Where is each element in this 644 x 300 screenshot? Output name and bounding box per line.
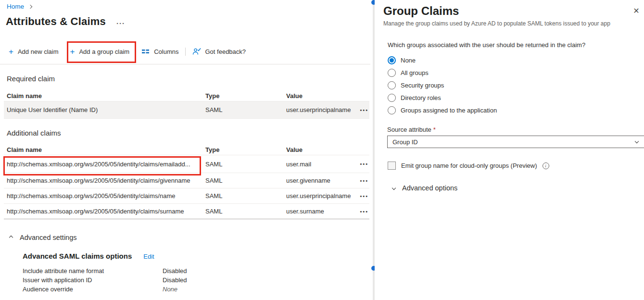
- source-attribute-value: Group ID: [388, 138, 418, 146]
- edit-link[interactable]: Edit: [143, 253, 154, 260]
- additional-claims-table: Claim name Type Value http://schemas.xml…: [4, 144, 369, 219]
- radio-label: Directory roles: [401, 94, 441, 101]
- radio-option-groups-assigned[interactable]: Groups assigned to the application: [388, 104, 497, 116]
- radio-label: Security groups: [401, 82, 444, 89]
- advanced-saml-claims-title: Advanced SAML claims options: [23, 252, 132, 260]
- table-row[interactable]: http://schemas.xmlsoap.org/ws/2005/05/id…: [4, 155, 369, 173]
- option-label: Issuer with application ID: [23, 276, 163, 284]
- breadcrumb: Home: [7, 3, 32, 10]
- value-cell: user.givenname: [283, 177, 352, 184]
- radio-option-security-groups[interactable]: Security groups: [388, 79, 497, 91]
- panel-subtitle: Manage the group claims used by Azure AD…: [383, 20, 636, 27]
- claim-name-cell: http://schemas.xmlsoap.org/ws/2005/05/id…: [4, 192, 202, 200]
- radio-option-all-groups[interactable]: All groups: [388, 66, 497, 79]
- radio-option-none[interactable]: None: [388, 54, 497, 66]
- type-cell: SAML: [202, 208, 283, 215]
- option-label: Audience override: [23, 286, 163, 293]
- page-title-row: Attributes & Claims ···: [6, 15, 125, 28]
- azure-attributes-claims-screen: Home Attributes & Claims ··· + Add new c…: [0, 0, 644, 300]
- advanced-settings-label: Advanced settings: [20, 234, 77, 241]
- breadcrumb-home-link[interactable]: Home: [7, 3, 24, 10]
- more-options-icon[interactable]: ···: [116, 16, 125, 27]
- chevron-right-icon: [28, 4, 32, 8]
- table-row[interactable]: http://schemas.xmlsoap.org/ws/2005/05/id…: [4, 188, 369, 204]
- radio-icon: [388, 94, 396, 102]
- got-feedback-button[interactable]: Got feedback?: [192, 48, 246, 55]
- value-cell: user.surname: [283, 208, 352, 215]
- add-group-claim-label: Add a group claim: [79, 48, 129, 55]
- claim-name-cell: http://schemas.xmlsoap.org/ws/2005/05/id…: [4, 177, 202, 184]
- required-asterisk: *: [433, 126, 436, 133]
- row-menu-icon[interactable]: •••: [352, 209, 369, 214]
- row-menu-icon[interactable]: •••: [352, 107, 369, 113]
- column-header-claim-name: Claim name: [4, 146, 202, 153]
- chevron-down-icon: [635, 139, 639, 143]
- advanced-options-label: Advanced options: [402, 184, 457, 192]
- table-header-row: Claim name Type Value: [4, 90, 369, 101]
- advanced-option-row: Audience override None: [23, 286, 225, 293]
- feedback-icon: [192, 48, 201, 55]
- value-cell: user.userprincipalname: [283, 192, 352, 200]
- page-title: Attributes & Claims: [6, 15, 106, 28]
- type-cell: SAML: [202, 161, 283, 168]
- radio-label: All groups: [401, 69, 429, 76]
- source-attribute-select[interactable]: Group ID: [387, 136, 644, 148]
- option-label: Include attribute name format: [23, 267, 163, 275]
- option-value: Disabled: [163, 276, 187, 284]
- radio-icon: [388, 56, 396, 64]
- columns-button[interactable]: Columns: [142, 48, 178, 55]
- add-group-claim-button[interactable]: + Add a group claim: [70, 48, 129, 56]
- claim-name-cell: Unique User Identifier (Name ID): [4, 106, 202, 113]
- add-new-claim-button[interactable]: + Add new claim: [9, 48, 58, 56]
- groups-question-label: Which groups associated with the user sh…: [388, 41, 585, 49]
- radio-icon: [388, 81, 396, 89]
- type-cell: SAML: [202, 177, 283, 184]
- radio-icon: [388, 106, 396, 114]
- got-feedback-label: Got feedback?: [205, 48, 246, 55]
- emit-group-name-checkbox[interactable]: [388, 162, 396, 170]
- emit-group-name-label: Emit group name for cloud-only groups (P…: [401, 162, 537, 169]
- option-value: None: [163, 286, 177, 293]
- row-menu-icon[interactable]: •••: [352, 161, 369, 167]
- group-claims-radio-group: None All groups Security groups Director…: [388, 54, 497, 116]
- advanced-settings-toggle[interactable]: Advanced settings: [10, 234, 77, 241]
- radio-label: None: [401, 57, 416, 64]
- column-header-value: Value: [283, 92, 352, 100]
- toolbar-separator: [185, 48, 186, 56]
- toolbar-divider: [0, 64, 370, 64]
- column-header-value: Value: [283, 146, 352, 153]
- additional-claims-section-title: Additional claims: [7, 129, 61, 137]
- table-row[interactable]: Unique User Identifier (Name ID) SAML us…: [4, 101, 369, 119]
- column-header-type: Type: [202, 146, 283, 153]
- advanced-options-toggle[interactable]: Advanced options: [392, 184, 457, 192]
- option-value: Disabled: [163, 267, 187, 275]
- value-cell: user.mail: [283, 161, 352, 168]
- required-claim-table: Claim name Type Value Unique User Identi…: [4, 90, 369, 119]
- claim-name-cell: http://schemas.xmlsoap.org/ws/2005/05/id…: [4, 208, 202, 215]
- table-header-row: Claim name Type Value: [4, 144, 369, 155]
- radio-icon: [388, 69, 396, 77]
- plus-icon: +: [70, 48, 75, 56]
- row-menu-icon[interactable]: •••: [352, 193, 369, 199]
- chevron-up-icon: [9, 236, 13, 239]
- plus-icon: +: [9, 48, 13, 56]
- info-icon[interactable]: i: [543, 162, 549, 169]
- group-claims-panel: Group Claims ✕ Manage the group claims u…: [375, 0, 644, 300]
- row-menu-icon[interactable]: •••: [352, 178, 369, 184]
- type-cell: SAML: [202, 192, 283, 200]
- radio-label: Groups assigned to the application: [401, 107, 497, 114]
- toolbar: + Add new claim + Add a group claim Colu…: [9, 44, 246, 59]
- table-row[interactable]: http://schemas.xmlsoap.org/ws/2005/05/id…: [4, 173, 369, 188]
- required-claim-section-title: Required claim: [7, 75, 55, 83]
- column-header-type: Type: [202, 92, 283, 100]
- close-icon[interactable]: ✕: [631, 5, 642, 16]
- advanced-option-row: Issuer with application ID Disabled: [23, 276, 225, 284]
- attributes-claims-pane: Home Attributes & Claims ··· + Add new c…: [0, 0, 373, 300]
- panel-title: Group Claims: [383, 4, 459, 18]
- table-row[interactable]: http://schemas.xmlsoap.org/ws/2005/05/id…: [4, 204, 369, 219]
- value-cell: user.userprincipalname [...: [283, 106, 352, 113]
- advanced-saml-claims-header: Advanced SAML claims options Edit: [23, 252, 154, 260]
- columns-icon: [142, 48, 150, 55]
- chevron-down-icon: [392, 186, 396, 190]
- radio-option-directory-roles[interactable]: Directory roles: [388, 91, 497, 104]
